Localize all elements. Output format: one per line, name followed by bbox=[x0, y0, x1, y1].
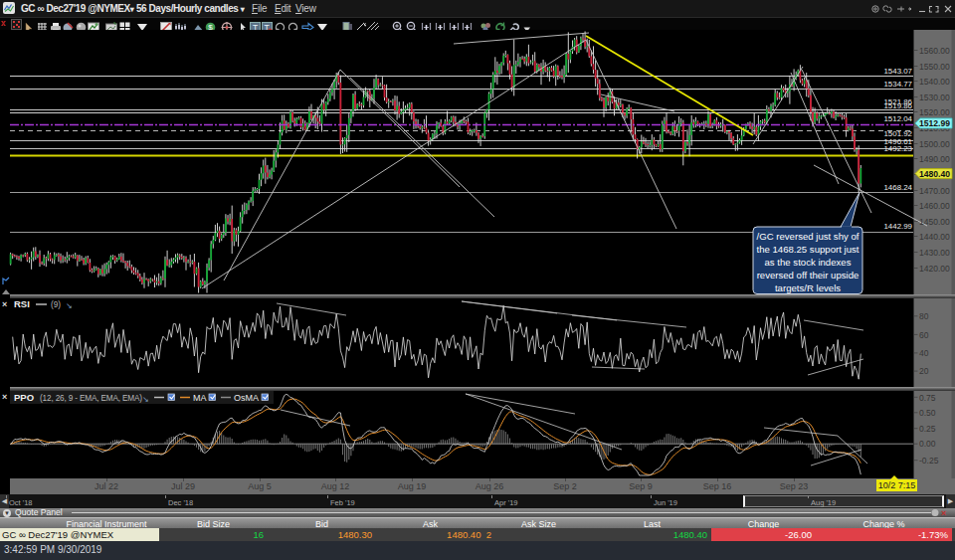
svg-text:the 1468.25 support just: the 1468.25 support just bbox=[757, 244, 860, 255]
svg-text:1540.00: 1540.00 bbox=[919, 77, 950, 87]
svg-text:1550.00: 1550.00 bbox=[919, 62, 950, 72]
svg-text:PPO: PPO bbox=[14, 392, 34, 403]
svg-text:1560.00: 1560.00 bbox=[919, 46, 950, 56]
svg-text:MA: MA bbox=[193, 393, 207, 403]
svg-text:40: 40 bbox=[919, 348, 929, 358]
svg-text:1512.99: 1512.99 bbox=[919, 118, 950, 128]
svg-text:1442.99: 1442.99 bbox=[883, 222, 912, 231]
svg-text:0.50: 0.50 bbox=[919, 408, 936, 418]
svg-text:↘: ↘ bbox=[66, 301, 73, 310]
svg-text:20: 20 bbox=[919, 366, 929, 376]
svg-text:60: 60 bbox=[919, 330, 929, 340]
svg-text:1470.00: 1470.00 bbox=[919, 186, 950, 196]
svg-text:80: 80 bbox=[919, 311, 929, 321]
svg-text:1530.00: 1530.00 bbox=[919, 93, 950, 102]
svg-text:×: × bbox=[941, 508, 946, 517]
svg-text:0.75: 0.75 bbox=[919, 393, 936, 403]
svg-text:1430.00: 1430.00 bbox=[919, 248, 950, 258]
svg-text:1500.00: 1500.00 bbox=[919, 139, 950, 149]
svg-text:/GC reversed just shy of: /GC reversed just shy of bbox=[757, 231, 860, 242]
svg-text:0.00: 0.00 bbox=[919, 439, 936, 449]
svg-text:1492.23: 1492.23 bbox=[883, 144, 912, 153]
svg-text:1468.24: 1468.24 bbox=[883, 183, 912, 192]
svg-text:×: × bbox=[2, 299, 7, 309]
svg-text:1480.40: 1480.40 bbox=[919, 169, 950, 179]
svg-text:as the stock indexes: as the stock indexes bbox=[765, 257, 852, 268]
svg-text:↘: ↘ bbox=[142, 395, 149, 404]
svg-text:1420.00: 1420.00 bbox=[919, 264, 950, 274]
svg-text:0.25: 0.25 bbox=[919, 424, 936, 434]
svg-text:(9): (9) bbox=[51, 300, 61, 309]
svg-text:1543.07: 1543.07 bbox=[883, 67, 912, 76]
svg-text:1519.86: 1519.86 bbox=[883, 101, 912, 110]
svg-text:1490.00: 1490.00 bbox=[919, 154, 950, 164]
svg-text:(12, 26, 9 - EMA, EMA, EMA): (12, 26, 9 - EMA, EMA, EMA) bbox=[40, 394, 142, 403]
svg-text:1520.00: 1520.00 bbox=[919, 107, 950, 117]
svg-text:reversed off their upside: reversed off their upside bbox=[757, 270, 860, 280]
svg-text:OsMA: OsMA bbox=[234, 393, 259, 403]
svg-text:1534.77: 1534.77 bbox=[883, 80, 912, 89]
svg-text:targets/R levels: targets/R levels bbox=[775, 282, 841, 293]
svg-text:1460.00: 1460.00 bbox=[919, 201, 950, 211]
svg-text:1440.00: 1440.00 bbox=[919, 232, 950, 242]
svg-text:1512.04: 1512.04 bbox=[883, 114, 912, 123]
svg-text:1450.00: 1450.00 bbox=[919, 217, 950, 227]
svg-text:×: × bbox=[2, 392, 7, 402]
svg-text:RSI: RSI bbox=[14, 298, 30, 309]
svg-text:-0.25: -0.25 bbox=[919, 456, 939, 466]
